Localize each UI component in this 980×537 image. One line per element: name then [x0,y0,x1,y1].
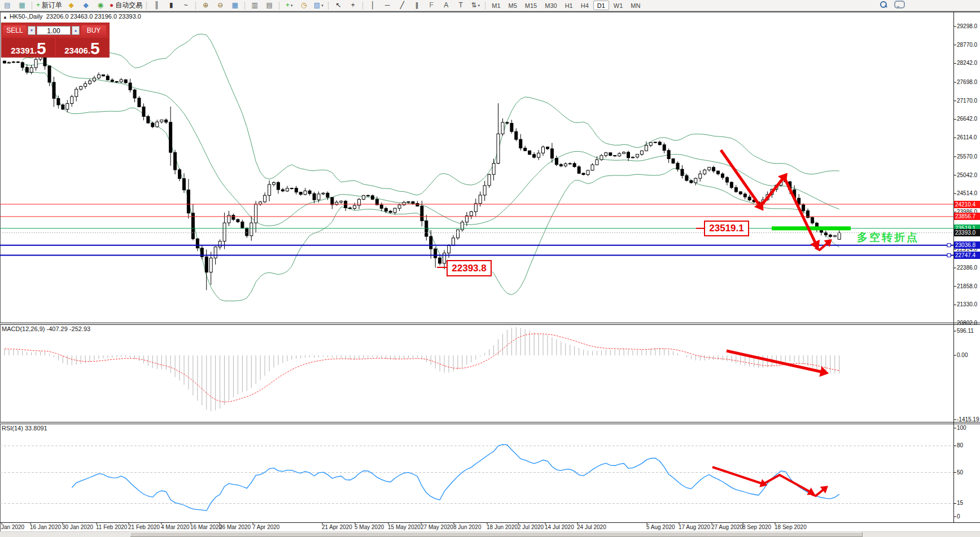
toolbar-separator [362,2,363,10]
profiles-icon[interactable]: ▦ [15,1,29,10]
templates-button[interactable]: ▧▾ [312,1,325,10]
timeframe-h1[interactable]: H1 [562,1,576,10]
zoom-in-icon: ⊕ [203,1,208,10]
candlestick-chart-icon[interactable]: ▮ [164,1,178,10]
rsi-name: RSI(14) [2,425,23,432]
chevron-down-icon: ▾ [291,3,293,8]
autotrading-button[interactable]: ●自动交易 [108,1,143,10]
price-axis-tick: 21330.0 [957,301,980,308]
new-order-button[interactable]: +新订单 [35,1,63,10]
lot-decrease-button[interactable]: ▼ [28,26,36,35]
timeframe-w1[interactable]: W1 [610,1,627,10]
add-indicator-button: + [286,1,290,10]
cursor-icon[interactable]: ↖ [331,1,345,10]
sell-price-quote[interactable]: 23391.5 [2,38,55,56]
cascade-windows-icon: ▥ [252,1,258,10]
price-line-badge: 22747.4 [954,252,980,259]
main-toolbar: ▤▦+新订单◆◆◉●自动交易║▮~⊕⊖▦▥▤+▾◷▧▾↖+│─╱∥FAT⇅▾ M… [0,0,980,11]
lot-size-input[interactable]: 1.00 [37,26,71,35]
rsi-axis-tick: 100 [957,425,980,432]
low-price-label[interactable]: 22393.8 [447,260,492,276]
vertical-line-icon[interactable]: │ [366,1,379,10]
date-axis-label: 21 Apr 2020 [322,524,352,530]
buy-button[interactable]: BUY [81,25,106,36]
one-click-collapse-icon[interactable]: ▲ [3,15,7,20]
arrows-tool-button[interactable]: ⇅▾ [469,1,482,10]
crosshair-icon: + [351,1,355,10]
macd-indicator-label: MACD(12,26,9) -407.29 -252.93 [2,325,90,332]
add-indicator-button[interactable]: +▾ [282,1,296,10]
price-axis-tick: 26642.0 [957,116,980,122]
text-label-icon: T [459,1,463,10]
price-line-badge: 23393.0 [954,229,980,236]
chevron-down-icon: ▾ [321,3,323,8]
search-icon[interactable] [880,1,887,8]
turning-point-note[interactable]: 多空转折点 [857,230,919,245]
cascade-windows-icon[interactable]: ▥ [248,1,261,10]
chat-icon[interactable] [894,1,905,8]
macd-panel-divider[interactable] [0,323,980,325]
timeframe-d1[interactable]: D1 [593,1,609,10]
date-axis-label: 16 Mar 2020 [190,524,222,530]
macd-axis-tick: 0.00 [957,352,980,359]
date-axis-label: 2 Jul 2020 [518,524,544,530]
date-axis-label: 4 Mar 2020 [161,524,190,530]
price-axis-line [953,12,954,522]
date-axis-label: 14 Jul 2020 [545,524,574,530]
chart-window-icon[interactable]: ▤ [1,1,14,10]
price-axis-tick: 28242.0 [957,60,980,67]
sell-button[interactable]: SELL [3,25,27,36]
price-axis-tick: 24514.0 [957,190,980,197]
date-axis-label: 8 Sep 2020 [742,524,771,530]
bar-chart-icon: ║ [154,1,159,10]
tile-windows-icon: ▦ [232,1,238,10]
date-axis-label: 15 May 2020 [388,524,421,530]
zoom-in-icon[interactable]: ⊕ [199,1,212,10]
signals-icon[interactable]: ◉ [94,1,107,10]
timeframe-m30[interactable]: M30 [541,1,560,10]
autotrading-button: ● [110,1,113,10]
text-icon[interactable]: A [439,1,453,10]
timeframe-m1[interactable]: M1 [488,1,504,10]
bar-chart-icon[interactable]: ║ [150,1,163,10]
trendline-icon: ╱ [400,1,404,10]
line-chart-icon[interactable]: ~ [179,1,193,10]
text-label-icon[interactable]: T [454,1,467,10]
support-price-label[interactable]: 23519.1 [704,221,749,236]
metaeditor-icon[interactable]: ◆ [64,1,78,10]
templates-button: ▧ [314,1,320,10]
scrollbar-thumb[interactable] [130,532,863,537]
horizontal-scrollbar[interactable] [0,531,980,537]
mt4-window: ▤▦+新订单◆◆◉●自动交易║▮~⊕⊖▦▥▤+▾◷▧▾↖+│─╱∥FAT⇅▾ M… [0,0,980,537]
experts-icon[interactable]: ◆ [79,1,93,10]
timeframe-h4[interactable]: H4 [578,1,592,10]
candlestick-chart-icon: ▮ [169,1,173,10]
one-click-trading-panel: SELL ▼ 1.00 ▲ BUY 23391.5 23406.5 [1,23,110,58]
rsi-panel-divider[interactable] [0,422,980,424]
crosshair-icon[interactable]: + [346,1,360,10]
timeframe-mn[interactable]: MN [627,1,644,10]
timeframe-m15[interactable]: M15 [522,1,540,10]
equidistant-channel-icon: ∥ [415,1,418,10]
trendline-icon[interactable]: ╱ [395,1,409,10]
zoom-out-icon: ⊖ [217,1,223,10]
price-axis-tick: 27698.0 [957,79,980,86]
equidistant-channel-icon[interactable]: ∥ [410,1,423,10]
lot-increase-button[interactable]: ▲ [72,26,80,35]
horizontal-line-icon[interactable]: ─ [380,1,394,10]
rsi-indicator-label: RSI(14) 33.8091 [2,425,47,432]
fibonacci-icon[interactable]: F [425,1,438,10]
period-clock-icon[interactable]: ◷ [297,1,310,10]
zoom-out-icon[interactable]: ⊖ [213,1,227,10]
toolbar-separator [244,2,245,10]
arrange-windows-icon[interactable]: ▤ [262,1,276,10]
timeframe-m5[interactable]: M5 [505,1,520,10]
chart-title: ▲HK50-,Daily 23206.0 23463.0 23196.0 233… [3,13,141,20]
price-axis-tick: 25042.0 [957,172,980,179]
toolbar-buttons: ▤▦+新订单◆◆◉●自动交易║▮~⊕⊖▦▥▤+▾◷▧▾↖+│─╱∥FAT⇅▾ [0,1,483,10]
experts-icon: ◆ [83,1,88,10]
buy-price-quote[interactable]: 23406.5 [56,38,108,56]
tile-windows-icon[interactable]: ▦ [228,1,242,10]
line-chart-icon: ~ [184,1,188,10]
date-axis-label: 27 May 2020 [421,524,453,530]
